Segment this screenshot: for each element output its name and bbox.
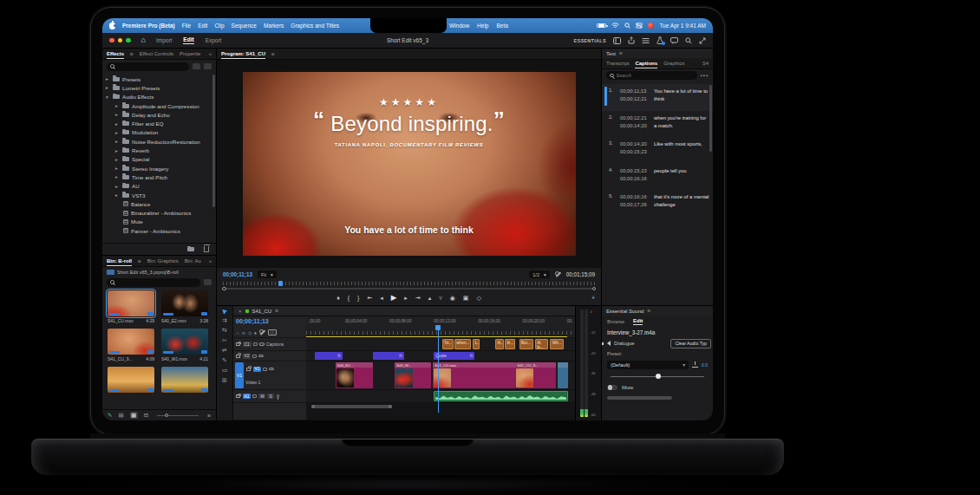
effects-tree-item[interactable]: Panner - Ambisonics	[106, 226, 216, 235]
twirl-icon[interactable]: ▸	[115, 121, 122, 127]
sync-lock-icon[interactable]	[263, 368, 267, 371]
lock-icon[interactable]	[236, 355, 240, 358]
bin-clip[interactable]: S40_E2.mov 3:28	[161, 290, 208, 323]
effects-tree-item[interactable]: ▸ Lumetri Presets	[106, 83, 216, 92]
caption-clip[interactable]: th...	[505, 339, 515, 349]
close-sequence-icon[interactable]: ×	[238, 309, 242, 314]
goto-in-icon[interactable]: ⇤	[367, 295, 372, 301]
caption-item[interactable]: 1. 00;00;11;1300;00;12;21 You have a lot…	[602, 84, 713, 111]
linked-selection-icon[interactable]: ∞	[242, 330, 245, 335]
effects-tree-item[interactable]: ▸ Noise Reduction/Restoration	[106, 137, 216, 146]
mute-track-button[interactable]: M	[258, 394, 265, 399]
menu-window[interactable]: Window	[449, 23, 469, 29]
feedback-icon[interactable]	[670, 37, 678, 44]
sync-lock-icon[interactable]	[253, 342, 258, 346]
caption-clip[interactable]: Yo...	[442, 339, 454, 349]
twirl-icon[interactable]: ▾	[106, 94, 113, 100]
tab-bin-graphics[interactable]: Bin: Graphics	[147, 257, 179, 265]
tab-effect-controls[interactable]: Effect Controls	[140, 49, 173, 58]
caption-item[interactable]: 3. 00;00;14;2000;00;15;23 Like with most…	[602, 137, 713, 164]
timeline-playhead[interactable]	[438, 327, 439, 413]
caption-clip[interactable]: when...	[454, 339, 472, 349]
caption-text[interactable]: that it's more of a mental challenge	[654, 193, 709, 210]
comparison-view-icon[interactable]: ▣	[463, 295, 469, 301]
pen-tool[interactable]: ✎	[222, 357, 227, 364]
twirl-icon[interactable]: ▸	[115, 157, 122, 162]
twirl-icon[interactable]: ▸	[106, 85, 113, 90]
caption-text[interactable]: people tell you	[654, 167, 709, 184]
caption-item[interactable]: 4. 00;00;15;2300;00;16;16 people tell yo…	[602, 164, 713, 191]
graphic-clip[interactable]: fx	[315, 352, 343, 360]
audio-clip[interactable]	[434, 391, 568, 401]
caption-clip[interactable]: Wh...	[550, 339, 564, 349]
tab-bin-broll[interactable]: Bin: B-roll	[107, 257, 132, 266]
twirl-icon[interactable]: ▸	[115, 174, 122, 179]
save-preset-icon[interactable]	[692, 361, 698, 368]
effects-tree-item[interactable]: ▸ Time and Pitch	[106, 173, 216, 181]
tab-transcript[interactable]: Transcript	[606, 59, 629, 68]
menu-edit[interactable]: Edit	[198, 23, 207, 29]
goto-out-icon[interactable]: ⇥	[415, 295, 421, 301]
pen-icon[interactable]: ✎	[108, 412, 112, 419]
rectangle-tool[interactable]: ▭	[222, 367, 228, 374]
mark-out-icon[interactable]: }	[357, 295, 359, 301]
app-status-icon[interactable]	[648, 23, 654, 29]
clip-thumbnail[interactable]	[108, 367, 154, 393]
clip-thumbnail[interactable]	[161, 329, 208, 355]
effects-scrollbar[interactable]	[212, 75, 215, 207]
bin-clip[interactable]: S41_CU.mov 4:29	[108, 290, 154, 323]
list-view-icon[interactable]: ▤	[118, 412, 123, 419]
twirl-icon[interactable]: ▸	[115, 139, 122, 144]
caption-text[interactable]: Like with most sports,	[654, 140, 709, 157]
play-button[interactable]: ▶	[391, 294, 397, 302]
graphic-clip[interactable]: fx	[373, 352, 404, 360]
v2-track-lane[interactable]: fx fx	[306, 351, 575, 361]
panel-menu-icon[interactable]: ≡	[271, 51, 275, 57]
effects-tree-item[interactable]: ▸ Reverb	[106, 146, 216, 154]
timeline-horizontal-scrollbar[interactable]	[311, 405, 392, 408]
menu-app-name[interactable]: Premiere Pro (Beta)	[122, 23, 175, 29]
tab-export[interactable]: Export	[206, 37, 222, 43]
tab-import[interactable]: Import	[156, 37, 172, 43]
twirl-icon[interactable]: ▸	[115, 184, 122, 189]
button-editor-icon[interactable]: +	[591, 295, 595, 301]
captions-display-icon[interactable]: CC	[268, 329, 277, 335]
bin-menu-icon[interactable]: ≡	[207, 413, 211, 419]
selection-tool[interactable]	[222, 308, 228, 314]
tab-overflow-icon[interactable]: »	[209, 258, 212, 264]
effects-search-input[interactable]	[107, 62, 189, 71]
captions-track-lane[interactable]: Yo...when...L...th...th...But...At le...…	[306, 338, 575, 351]
caption-clip[interactable]: L...	[473, 339, 480, 349]
menu-clip[interactable]: Clip	[214, 23, 224, 29]
panel-menu-icon[interactable]: ≡	[647, 308, 650, 314]
sync-lock-icon[interactable]	[252, 394, 257, 398]
add-marker-icon[interactable]: ♦	[336, 295, 340, 301]
twirl-icon[interactable]: ▸	[115, 148, 122, 153]
effects-tree-item[interactable]: ▸ Modulation	[106, 128, 216, 137]
tab-properties[interactable]: Propertie	[180, 49, 200, 58]
twirl-icon[interactable]: ▸	[115, 166, 122, 171]
sync-lock-icon[interactable]	[252, 355, 257, 358]
settings-wrench-icon[interactable]	[555, 271, 561, 277]
multicam-icon[interactable]: ◇	[476, 295, 480, 301]
tab-program-monitor[interactable]: Program: S41_CU	[221, 49, 265, 59]
effects-tree-item[interactable]: Mute	[106, 218, 216, 226]
icon-view-icon[interactable]: ▦	[130, 412, 138, 419]
type-tool[interactable]: ⊞	[222, 377, 227, 384]
tab-graphics[interactable]: Graphics	[663, 59, 684, 68]
timeline-hscroll-area[interactable]	[306, 403, 575, 420]
spotlight-search-icon[interactable]	[624, 23, 630, 29]
track-v1-button[interactable]: V1	[253, 367, 262, 372]
source-patch-v1[interactable]: V1	[235, 362, 244, 388]
track-c1-button[interactable]: C1	[243, 342, 252, 347]
playback-resolution-dropdown[interactable]: 1/2▾	[529, 270, 549, 278]
close-window-button[interactable]	[109, 38, 114, 43]
lift-icon[interactable]: ▴	[428, 295, 432, 301]
bin-filter-icon[interactable]	[204, 279, 212, 285]
menu-beta[interactable]: Beta	[496, 23, 507, 29]
accelerated-effects-icon[interactable]	[193, 63, 200, 69]
menu-clock[interactable]: Tue Apr 1 9:41 AM	[659, 23, 706, 29]
effects-tree-item[interactable]: Binauralizer - Ambisonics	[106, 208, 216, 217]
panel-menu-icon[interactable]: ≡	[138, 258, 141, 264]
search-icon[interactable]	[685, 37, 692, 44]
